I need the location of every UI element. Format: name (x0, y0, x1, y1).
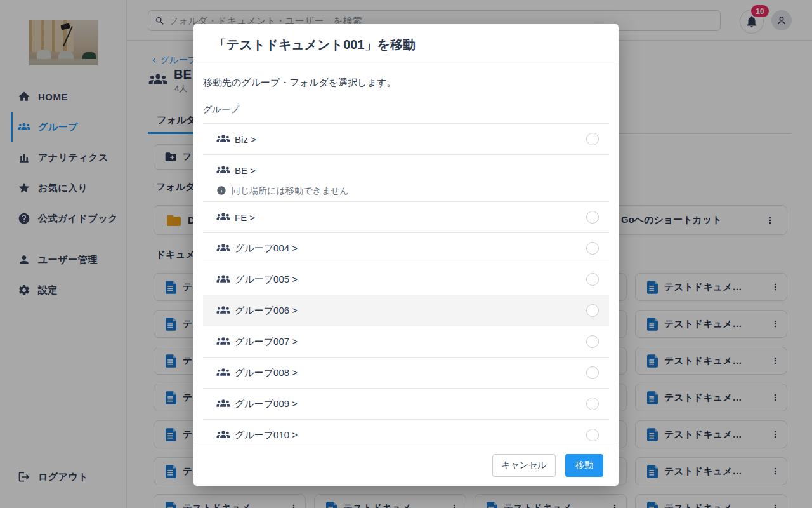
group-name: グループ009 > (235, 398, 298, 410)
group-list-item[interactable]: グループ006 > (203, 295, 609, 326)
dialog-title: 「テストドキュメント001」を移動 (214, 36, 416, 53)
group-list-item[interactable]: Biz > (203, 124, 609, 155)
group-list-item[interactable]: グループ010 > (203, 420, 609, 444)
radio-button[interactable] (586, 398, 599, 410)
cancel-button[interactable]: キャンセル (492, 454, 556, 477)
group-list-item[interactable]: グループ004 > (203, 233, 609, 264)
info-icon (216, 185, 226, 196)
group-list-item[interactable]: グループ009 > (203, 389, 609, 420)
group-name: Biz > (235, 134, 256, 145)
dialog-header: 「テストドキュメント001」を移動 (193, 24, 619, 65)
dialog-body: 移動先のグループ・フォルダを選択します。 グループ Biz > (193, 65, 619, 444)
groups-icon (216, 368, 230, 378)
groups-icon (216, 134, 230, 144)
group-name: FE > (235, 212, 255, 223)
dialog-description: 移動先のグループ・フォルダを選択します。 (203, 77, 609, 89)
groups-icon (216, 305, 230, 316)
group-name: グループ004 > (235, 243, 298, 255)
groups-icon (216, 430, 230, 440)
app-root: HOME グループ アナリティクス お気に入り 公式ガイドブック ユーザー管理 … (0, 0, 812, 508)
group-list-item[interactable]: グループ007 > (203, 326, 609, 358)
group-name: BE > (235, 165, 256, 176)
groups-icon (216, 399, 230, 409)
radio-button[interactable] (586, 133, 599, 145)
groups-icon (216, 243, 230, 253)
radio-button[interactable] (586, 429, 599, 441)
group-list-item[interactable]: FE > (203, 202, 609, 233)
move-document-dialog: 「テストドキュメント001」を移動 移動先のグループ・フォルダを選択します。 グ… (193, 24, 619, 486)
group-list-item[interactable]: BE > 同じ場所には移動できません (203, 155, 609, 202)
group-name: グループ006 > (235, 305, 298, 317)
groups-icon (216, 165, 230, 175)
group-name: グループ007 > (235, 336, 298, 348)
group-list-label: グループ (203, 104, 609, 116)
group-name: グループ005 > (235, 274, 298, 286)
radio-button[interactable] (586, 242, 599, 255)
radio-button[interactable] (586, 335, 599, 348)
group-name: グループ010 > (235, 429, 298, 441)
group-list-item[interactable]: グループ005 > (203, 264, 609, 295)
radio-button[interactable] (586, 304, 599, 317)
radio-button[interactable] (586, 273, 599, 286)
move-button[interactable]: 移動 (565, 454, 603, 477)
radio-button[interactable] (586, 211, 599, 224)
group-list[interactable]: Biz > BE > (203, 123, 609, 444)
radio-button[interactable] (586, 366, 599, 379)
groups-icon (216, 212, 230, 222)
groups-icon (216, 274, 230, 284)
group-name: グループ008 > (235, 367, 298, 379)
group-list-item[interactable]: グループ008 > (203, 358, 609, 389)
groups-icon (216, 337, 230, 347)
move-restriction-note: 同じ場所には移動できません (216, 185, 599, 201)
dialog-footer: キャンセル 移動 (193, 444, 619, 486)
